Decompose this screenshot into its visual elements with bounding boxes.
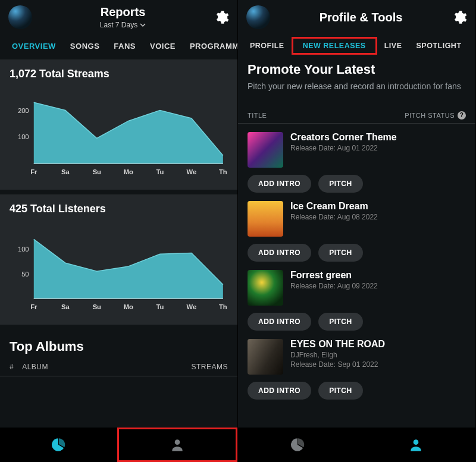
release-subtitle: DJFresh, Eligh bbox=[290, 351, 466, 359]
album-cover[interactable] bbox=[248, 132, 283, 168]
tab-new-releases[interactable]: NEW RELEASES bbox=[292, 37, 377, 55]
date-range-selector[interactable]: Last 7 Days bbox=[100, 21, 146, 29]
bottom-nav bbox=[0, 428, 237, 462]
page-title: Reports bbox=[32, 5, 214, 19]
svg-text:Tu: Tu bbox=[156, 303, 164, 310]
release-title: Creators Corner Theme bbox=[290, 132, 466, 143]
svg-text:Mo: Mo bbox=[124, 303, 133, 310]
svg-text:Th: Th bbox=[219, 303, 227, 310]
avatar[interactable] bbox=[246, 5, 270, 29]
gear-icon[interactable] bbox=[214, 10, 229, 25]
top-albums-header: # ALBUM STREAMS bbox=[0, 363, 237, 376]
col-album: ALBUM bbox=[22, 363, 48, 371]
svg-text:Fr: Fr bbox=[30, 168, 37, 175]
release-item: Forrest greenRelease Date: Aug 09 2022AD… bbox=[238, 262, 475, 331]
svg-text:Sa: Sa bbox=[61, 168, 70, 175]
svg-text:Su: Su bbox=[93, 168, 101, 175]
profile-tools-screen: Profile & Tools PROFILE NEW RELEASES LIV… bbox=[238, 0, 476, 462]
report-tabs: OVERVIEW SONGS FANS VOICE PROGRAMM bbox=[0, 34, 237, 57]
page-title: Profile & Tools bbox=[270, 11, 452, 24]
header: Profile & Tools bbox=[238, 0, 475, 34]
pie-chart-icon bbox=[290, 437, 305, 452]
releases-list: Creators Corner ThemeRelease Date: Aug 0… bbox=[238, 124, 475, 400]
add-intro-button[interactable]: ADD INTRO bbox=[248, 313, 311, 331]
svg-text:50: 50 bbox=[21, 271, 29, 278]
release-title: Forrest green bbox=[290, 270, 466, 281]
album-cover[interactable] bbox=[248, 201, 283, 237]
nav-profile[interactable] bbox=[117, 428, 238, 462]
svg-text:Mo: Mo bbox=[124, 168, 133, 175]
avatar[interactable] bbox=[8, 5, 32, 29]
add-intro-button[interactable]: ADD INTRO bbox=[248, 244, 311, 262]
release-date: Release Date: Sep 01 2022 bbox=[290, 360, 466, 369]
pitch-button[interactable]: PITCH bbox=[318, 313, 363, 331]
pitch-button[interactable]: PITCH bbox=[318, 382, 363, 400]
nav-profile[interactable] bbox=[357, 428, 476, 462]
release-subtitle: Release Date: Aug 01 2022 bbox=[290, 144, 466, 152]
svg-text:100: 100 bbox=[18, 133, 29, 140]
pitch-button[interactable]: PITCH bbox=[318, 175, 363, 193]
svg-text:We: We bbox=[187, 303, 197, 310]
tab-overview[interactable]: OVERVIEW bbox=[5, 37, 63, 55]
tab-songs[interactable]: SONGS bbox=[63, 37, 107, 55]
reports-screen: Reports Last 7 Days OVERVIEW SONGS FANS … bbox=[0, 0, 238, 462]
tab-fans[interactable]: FANS bbox=[107, 37, 143, 55]
svg-text:We: We bbox=[187, 168, 197, 175]
release-meta: EYES ON THE ROADDJFresh, ElighRelease Da… bbox=[290, 339, 466, 375]
release-meta: Creators Corner ThemeRelease Date: Aug 0… bbox=[290, 132, 466, 168]
album-cover[interactable] bbox=[248, 339, 283, 375]
release-item: Creators Corner ThemeRelease Date: Aug 0… bbox=[238, 124, 475, 193]
nav-reports[interactable] bbox=[238, 428, 357, 462]
panel-listeners: 425 Total Listeners 50100FrSaSuMoTuWeTh bbox=[0, 194, 237, 325]
release-item: Ice Cream DreamRelease Date: Aug 08 2022… bbox=[238, 193, 475, 262]
profile-tabs: PROFILE NEW RELEASES LIVE SPOTLIGHT bbox=[238, 34, 475, 57]
nav-reports[interactable] bbox=[0, 428, 117, 462]
tab-spotlight[interactable]: SPOTLIGHT bbox=[409, 37, 468, 55]
listeners-chart: 50100FrSaSuMoTuWeTh bbox=[10, 221, 228, 316]
tab-voice[interactable]: VOICE bbox=[143, 37, 183, 55]
header: Reports Last 7 Days bbox=[0, 0, 237, 34]
svg-text:200: 200 bbox=[18, 107, 29, 114]
pie-chart-icon bbox=[51, 437, 66, 452]
date-range-label: Last 7 Days bbox=[100, 21, 137, 29]
svg-text:Sa: Sa bbox=[61, 303, 70, 310]
svg-text:Th: Th bbox=[219, 168, 227, 175]
promo-title: Promote Your Latest bbox=[248, 62, 466, 77]
release-meta: Forrest greenRelease Date: Aug 09 2022 bbox=[290, 270, 466, 306]
tab-programming[interactable]: PROGRAMM bbox=[183, 37, 237, 55]
streams-title: 1,072 Total Streams bbox=[10, 68, 228, 80]
listeners-title: 425 Total Listeners bbox=[10, 203, 228, 215]
person-icon bbox=[170, 437, 185, 452]
chevron-down-icon bbox=[140, 22, 146, 28]
col-num: # bbox=[10, 363, 14, 371]
add-intro-button[interactable]: ADD INTRO bbox=[248, 382, 311, 400]
col-title: TITLE bbox=[248, 112, 267, 119]
svg-text:Fr: Fr bbox=[30, 303, 37, 310]
top-albums-section: Top Albums # ALBUM STREAMS bbox=[0, 339, 237, 376]
reports-content: 1,072 Total Streams 100200FrSaSuMoTuWeTh… bbox=[0, 57, 237, 462]
add-intro-button[interactable]: ADD INTRO bbox=[248, 175, 311, 193]
album-cover[interactable] bbox=[248, 270, 283, 306]
promo-desc: Pitch your new release and record an int… bbox=[248, 81, 466, 92]
promo-section: Promote Your Latest Pitch your new relea… bbox=[238, 57, 475, 100]
svg-text:100: 100 bbox=[18, 246, 29, 253]
tab-live[interactable]: LIVE bbox=[377, 37, 409, 55]
col-pitch-status: PITCH STATUS bbox=[405, 112, 455, 119]
release-item: EYES ON THE ROADDJFresh, ElighRelease Da… bbox=[238, 331, 475, 400]
panel-streams: 1,072 Total Streams 100200FrSaSuMoTuWeTh bbox=[0, 59, 237, 190]
gear-icon[interactable] bbox=[452, 10, 467, 25]
bottom-nav bbox=[238, 428, 475, 462]
info-icon[interactable]: ? bbox=[458, 111, 466, 120]
releases-header: TITLE PITCH STATUS ? bbox=[238, 100, 475, 124]
release-title: EYES ON THE ROAD bbox=[290, 339, 466, 350]
svg-point-20 bbox=[174, 439, 180, 445]
pitch-button[interactable]: PITCH bbox=[318, 244, 363, 262]
top-albums-title: Top Albums bbox=[10, 339, 228, 354]
svg-text:Su: Su bbox=[93, 303, 101, 310]
tab-profile[interactable]: PROFILE bbox=[243, 37, 292, 55]
person-icon bbox=[408, 437, 424, 452]
release-subtitle: Release Date: Aug 08 2022 bbox=[290, 213, 466, 221]
release-title: Ice Cream Dream bbox=[290, 201, 466, 212]
svg-point-21 bbox=[414, 439, 419, 445]
col-streams: STREAMS bbox=[191, 363, 228, 371]
